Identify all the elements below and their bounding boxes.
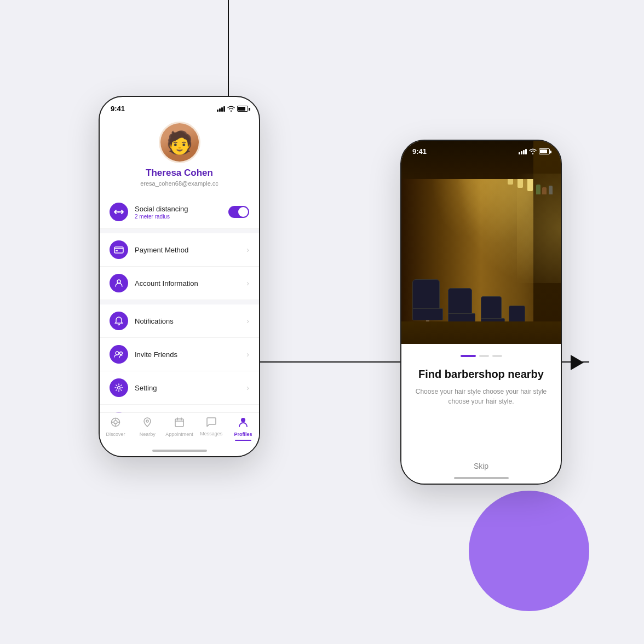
settings-content: Setting xyxy=(135,384,246,392)
wifi-icon xyxy=(227,106,235,112)
progress-dot-2 xyxy=(479,355,489,357)
battery-icon xyxy=(237,106,248,112)
purple-decoration-circle xyxy=(469,491,589,611)
arrow-icon xyxy=(571,355,584,370)
avatar: 🧑 xyxy=(159,122,200,163)
progress-indicator xyxy=(461,355,502,357)
svg-point-3 xyxy=(117,280,120,283)
tab-active-indicator xyxy=(235,440,251,441)
svg-rect-11 xyxy=(175,419,183,427)
svg-point-4 xyxy=(116,352,119,355)
profiles-icon xyxy=(239,417,248,430)
status-icons-right xyxy=(519,148,550,154)
svg-rect-2 xyxy=(116,250,118,251)
menu-item-payment[interactable]: Payment Method › xyxy=(100,233,259,267)
social-distancing-icon xyxy=(110,203,128,221)
menu-item-account[interactable]: Account Information › xyxy=(100,267,259,300)
status-bar-right: 9:41 xyxy=(401,141,561,159)
invite-icon xyxy=(110,345,128,364)
tab-appointment[interactable]: Appointment xyxy=(163,417,195,437)
wifi-icon-right xyxy=(529,148,537,154)
appointment-icon xyxy=(175,417,184,430)
svg-point-5 xyxy=(120,352,123,355)
onboarding-description: Choose your hair style choose your hair … xyxy=(415,387,548,406)
settings-chevron: › xyxy=(246,383,249,392)
tab-appointment-label: Appointment xyxy=(165,432,193,437)
progress-dot-1 xyxy=(461,355,476,357)
menu-item-settings[interactable]: Setting › xyxy=(100,371,259,405)
svg-point-6 xyxy=(118,387,120,389)
status-icons-left xyxy=(217,106,248,112)
menu-item-invite[interactable]: Invite Friends › xyxy=(100,338,259,371)
menu-divider-1 xyxy=(100,229,259,233)
onboarding-card: Find barbershop nearby Choose your hair … xyxy=(401,344,561,484)
menu-item-social-distancing[interactable]: Social distancing 2 meter radius xyxy=(100,196,259,229)
account-chevron: › xyxy=(246,279,249,288)
payment-icon xyxy=(110,240,128,259)
ambient-light xyxy=(517,174,561,283)
signal-icon-right xyxy=(519,149,527,154)
progress-dot-3 xyxy=(492,355,502,357)
payment-content: Payment Method xyxy=(135,246,246,254)
user-email: eresa_cohen68@example.cc xyxy=(140,180,219,187)
account-content: Account Information xyxy=(135,279,246,288)
svg-point-10 xyxy=(146,420,148,422)
social-distancing-title: Social distancing xyxy=(135,205,228,213)
messages-icon xyxy=(206,417,216,429)
account-icon xyxy=(110,274,128,292)
discover-icon xyxy=(111,417,120,430)
tab-nearby-label: Nearby xyxy=(140,432,156,437)
menu-section: Social distancing 2 meter radius Payment… xyxy=(100,196,259,438)
barbershop-image: 9:41 xyxy=(401,141,561,354)
onboarding-title: Find barbershop nearby xyxy=(418,367,544,381)
status-time-right: 9:41 xyxy=(412,147,427,156)
barber-bg xyxy=(401,141,561,354)
menu-item-notifications[interactable]: Notifications › xyxy=(100,304,259,338)
social-distancing-toggle[interactable] xyxy=(228,206,249,218)
phone-onboarding: 9:41 xyxy=(400,140,562,485)
payment-chevron: › xyxy=(246,245,249,254)
social-distancing-subtitle: 2 meter radius xyxy=(135,214,228,220)
home-indicator-left xyxy=(152,450,207,452)
tab-profiles-label: Profiles xyxy=(234,432,252,437)
tab-profiles[interactable]: Profiles xyxy=(227,417,259,441)
tab-discover-label: Discover xyxy=(106,432,125,437)
payment-title: Payment Method xyxy=(135,246,246,254)
avatar-image: 🧑 xyxy=(160,123,199,162)
account-title: Account Information xyxy=(135,279,246,288)
notifications-title: Notifications xyxy=(135,317,246,325)
tab-messages-label: Messages xyxy=(200,431,222,436)
svg-rect-1 xyxy=(114,247,123,253)
tab-nearby[interactable]: Nearby xyxy=(131,417,163,437)
menu-divider-2 xyxy=(100,300,259,304)
invite-content: Invite Friends xyxy=(135,350,246,359)
signal-icon xyxy=(217,106,225,112)
social-distancing-content: Social distancing 2 meter radius xyxy=(135,205,228,220)
user-name: Theresa Cohen xyxy=(146,168,213,179)
svg-point-9 xyxy=(114,421,117,424)
svg-point-0 xyxy=(118,211,120,213)
status-time-left: 9:41 xyxy=(111,105,125,113)
tab-discover[interactable]: Discover xyxy=(100,417,131,437)
settings-title: Setting xyxy=(135,384,246,392)
invite-title: Invite Friends xyxy=(135,350,246,359)
phone-profile: 9:41 🧑 Theresa Cohen eresa_cohen68@examp… xyxy=(99,96,260,457)
tab-messages[interactable]: Messages xyxy=(196,417,227,436)
battery-icon-right xyxy=(539,148,550,154)
nearby-icon xyxy=(143,417,151,430)
notifications-chevron: › xyxy=(246,317,249,325)
invite-chevron: › xyxy=(246,350,249,359)
profile-header: 🧑 Theresa Cohen eresa_cohen68@example.cc xyxy=(100,116,259,196)
skip-button[interactable]: Skip xyxy=(474,462,488,470)
home-indicator-right xyxy=(454,477,509,479)
notifications-icon xyxy=(110,312,128,330)
status-bar-left: 9:41 xyxy=(100,97,259,116)
svg-point-12 xyxy=(241,418,245,422)
notifications-content: Notifications xyxy=(135,317,246,325)
vertical-line xyxy=(228,0,229,101)
settings-icon xyxy=(110,378,128,397)
